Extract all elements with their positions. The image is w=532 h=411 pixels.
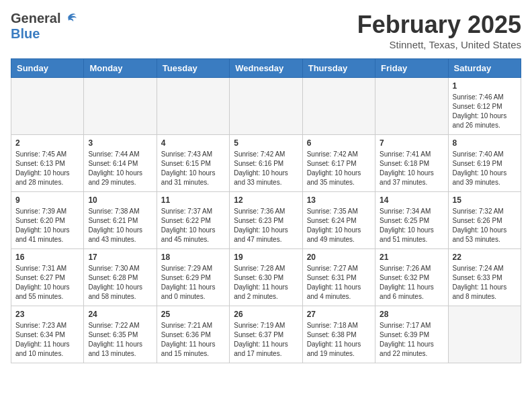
day-info: Sunrise: 7:44 AM Sunset: 6:14 PM Dayligh… <box>88 150 152 187</box>
calendar-cell <box>375 78 448 135</box>
title-block: February 2025 Stinnett, Texas, United St… <box>357 11 521 50</box>
calendar-cell: 8Sunrise: 7:40 AM Sunset: 6:19 PM Daylig… <box>448 135 521 192</box>
logo-bird-icon <box>62 13 77 25</box>
calendar-cell <box>302 78 375 135</box>
day-number: 10 <box>88 195 152 205</box>
calendar-table: SundayMondayTuesdayWednesdayThursdayFrid… <box>11 58 521 363</box>
calendar-cell: 20Sunrise: 7:27 AM Sunset: 6:31 PM Dayli… <box>302 249 375 306</box>
calendar-cell: 7Sunrise: 7:41 AM Sunset: 6:18 PM Daylig… <box>375 135 448 192</box>
day-info: Sunrise: 7:21 AM Sunset: 6:36 PM Dayligh… <box>161 321 225 359</box>
day-number: 20 <box>307 253 371 262</box>
calendar-week-row: 23Sunrise: 7:23 AM Sunset: 6:34 PM Dayli… <box>11 306 521 363</box>
calendar-cell: 22Sunrise: 7:24 AM Sunset: 6:33 PM Dayli… <box>448 249 521 306</box>
day-info: Sunrise: 7:38 AM Sunset: 6:21 PM Dayligh… <box>88 207 152 244</box>
day-number: 15 <box>453 195 517 205</box>
day-number: 12 <box>234 195 298 205</box>
day-number: 6 <box>307 138 371 148</box>
calendar-cell: 10Sunrise: 7:38 AM Sunset: 6:21 PM Dayli… <box>84 192 157 249</box>
day-info: Sunrise: 7:35 AM Sunset: 6:24 PM Dayligh… <box>307 207 371 244</box>
calendar-cell <box>157 78 229 135</box>
calendar-cell: 11Sunrise: 7:37 AM Sunset: 6:22 PM Dayli… <box>157 192 229 249</box>
calendar-cell <box>84 78 157 135</box>
calendar-cell: 13Sunrise: 7:35 AM Sunset: 6:24 PM Dayli… <box>302 192 375 249</box>
column-header-sunday: Sunday <box>11 59 84 78</box>
calendar-cell: 5Sunrise: 7:42 AM Sunset: 6:16 PM Daylig… <box>230 135 302 192</box>
calendar-cell: 15Sunrise: 7:32 AM Sunset: 6:26 PM Dayli… <box>448 192 521 249</box>
day-number: 5 <box>234 138 298 148</box>
day-number: 28 <box>380 310 443 319</box>
day-number: 9 <box>15 195 79 205</box>
day-number: 21 <box>380 253 443 262</box>
day-number: 4 <box>161 138 225 148</box>
calendar-cell: 28Sunrise: 7:17 AM Sunset: 6:39 PM Dayli… <box>375 306 448 363</box>
day-info: Sunrise: 7:22 AM Sunset: 6:35 PM Dayligh… <box>88 321 152 359</box>
calendar-cell: 6Sunrise: 7:42 AM Sunset: 6:17 PM Daylig… <box>302 135 375 192</box>
calendar-cell: 2Sunrise: 7:45 AM Sunset: 6:13 PM Daylig… <box>11 135 84 192</box>
day-info: Sunrise: 7:39 AM Sunset: 6:20 PM Dayligh… <box>15 207 79 244</box>
day-number: 2 <box>15 138 79 148</box>
day-info: Sunrise: 7:29 AM Sunset: 6:29 PM Dayligh… <box>161 264 225 302</box>
day-info: Sunrise: 7:45 AM Sunset: 6:13 PM Dayligh… <box>15 150 79 187</box>
day-info: Sunrise: 7:30 AM Sunset: 6:28 PM Dayligh… <box>88 264 152 302</box>
day-number: 16 <box>15 253 79 262</box>
day-info: Sunrise: 7:36 AM Sunset: 6:23 PM Dayligh… <box>234 207 298 244</box>
calendar-cell: 17Sunrise: 7:30 AM Sunset: 6:28 PM Dayli… <box>84 249 157 306</box>
calendar-cell: 27Sunrise: 7:18 AM Sunset: 6:38 PM Dayli… <box>302 306 375 363</box>
day-info: Sunrise: 7:32 AM Sunset: 6:26 PM Dayligh… <box>453 207 517 244</box>
day-info: Sunrise: 7:46 AM Sunset: 6:12 PM Dayligh… <box>453 93 517 130</box>
calendar-cell: 21Sunrise: 7:26 AM Sunset: 6:32 PM Dayli… <box>375 249 448 306</box>
location-text: Stinnett, Texas, United States <box>357 39 521 50</box>
column-header-friday: Friday <box>375 59 448 78</box>
day-number: 13 <box>307 195 371 205</box>
calendar-cell <box>448 306 521 363</box>
calendar-cell: 14Sunrise: 7:34 AM Sunset: 6:25 PM Dayli… <box>375 192 448 249</box>
day-number: 11 <box>161 195 225 205</box>
day-number: 25 <box>161 310 225 319</box>
calendar-week-row: 16Sunrise: 7:31 AM Sunset: 6:27 PM Dayli… <box>11 249 521 306</box>
month-title: February 2025 <box>357 11 521 39</box>
calendar-week-row: 1Sunrise: 7:46 AM Sunset: 6:12 PM Daylig… <box>11 78 521 135</box>
logo: General Blue <box>11 11 77 42</box>
day-info: Sunrise: 7:34 AM Sunset: 6:25 PM Dayligh… <box>380 207 443 244</box>
page-header: General Blue February 2025 Stinnett, Tex… <box>11 11 521 50</box>
logo-general-text: General <box>11 11 60 26</box>
calendar-week-row: 9Sunrise: 7:39 AM Sunset: 6:20 PM Daylig… <box>11 192 521 249</box>
calendar-cell <box>230 78 302 135</box>
day-info: Sunrise: 7:42 AM Sunset: 6:16 PM Dayligh… <box>234 150 298 187</box>
logo-blue-text: Blue <box>11 26 40 42</box>
day-info: Sunrise: 7:43 AM Sunset: 6:15 PM Dayligh… <box>161 150 225 187</box>
day-info: Sunrise: 7:24 AM Sunset: 6:33 PM Dayligh… <box>453 264 517 302</box>
calendar-cell <box>11 78 84 135</box>
day-number: 17 <box>88 253 152 262</box>
calendar-week-row: 2Sunrise: 7:45 AM Sunset: 6:13 PM Daylig… <box>11 135 521 192</box>
day-info: Sunrise: 7:28 AM Sunset: 6:30 PM Dayligh… <box>234 264 298 302</box>
day-number: 14 <box>380 195 443 205</box>
day-number: 26 <box>234 310 298 319</box>
column-header-saturday: Saturday <box>448 59 521 78</box>
day-info: Sunrise: 7:26 AM Sunset: 6:32 PM Dayligh… <box>380 264 443 302</box>
day-info: Sunrise: 7:17 AM Sunset: 6:39 PM Dayligh… <box>380 321 443 359</box>
calendar-cell: 23Sunrise: 7:23 AM Sunset: 6:34 PM Dayli… <box>11 306 84 363</box>
column-header-tuesday: Tuesday <box>157 59 229 78</box>
day-number: 22 <box>453 253 517 262</box>
day-number: 24 <box>88 310 152 319</box>
day-info: Sunrise: 7:18 AM Sunset: 6:38 PM Dayligh… <box>307 321 371 359</box>
calendar-cell: 25Sunrise: 7:21 AM Sunset: 6:36 PM Dayli… <box>157 306 229 363</box>
day-info: Sunrise: 7:31 AM Sunset: 6:27 PM Dayligh… <box>15 264 79 302</box>
day-info: Sunrise: 7:19 AM Sunset: 6:37 PM Dayligh… <box>234 321 298 359</box>
day-number: 1 <box>453 81 517 91</box>
calendar-cell: 19Sunrise: 7:28 AM Sunset: 6:30 PM Dayli… <box>230 249 302 306</box>
day-number: 19 <box>234 253 298 262</box>
calendar-cell: 24Sunrise: 7:22 AM Sunset: 6:35 PM Dayli… <box>84 306 157 363</box>
column-header-thursday: Thursday <box>302 59 375 78</box>
column-header-monday: Monday <box>84 59 157 78</box>
day-number: 7 <box>380 138 443 148</box>
day-info: Sunrise: 7:37 AM Sunset: 6:22 PM Dayligh… <box>161 207 225 244</box>
column-header-wednesday: Wednesday <box>230 59 302 78</box>
calendar-cell: 1Sunrise: 7:46 AM Sunset: 6:12 PM Daylig… <box>448 78 521 135</box>
calendar-cell: 3Sunrise: 7:44 AM Sunset: 6:14 PM Daylig… <box>84 135 157 192</box>
day-info: Sunrise: 7:23 AM Sunset: 6:34 PM Dayligh… <box>15 321 79 359</box>
calendar-cell: 9Sunrise: 7:39 AM Sunset: 6:20 PM Daylig… <box>11 192 84 249</box>
calendar-header-row: SundayMondayTuesdayWednesdayThursdayFrid… <box>11 59 521 78</box>
day-info: Sunrise: 7:27 AM Sunset: 6:31 PM Dayligh… <box>307 264 371 302</box>
